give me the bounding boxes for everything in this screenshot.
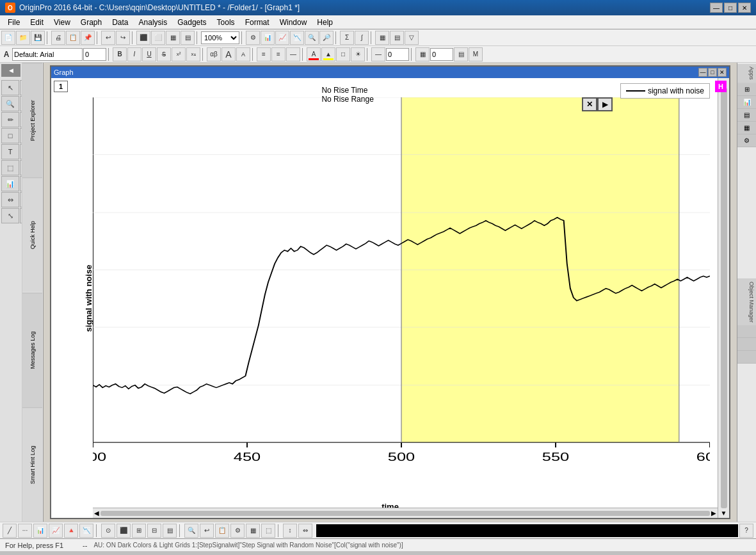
copy-btn[interactable]: 📋 (66, 31, 80, 45)
menu-file[interactable]: File (3, 17, 25, 28)
tb-btn-a[interactable]: ⬛ (136, 31, 150, 45)
region-play-btn[interactable]: ▶ (597, 97, 613, 111)
font-name-input[interactable] (12, 48, 83, 61)
fill-style-btn[interactable]: ▦ (415, 47, 430, 61)
right-tool-2[interactable]: 📊 (737, 96, 756, 109)
bt-16[interactable]: ▦ (246, 524, 260, 538)
right-tool-3[interactable]: ▤ (737, 109, 756, 122)
tool-rect[interactable]: □ (1, 128, 19, 143)
redo-btn[interactable]: ↪ (116, 31, 130, 45)
new-btn[interactable]: 📄 (1, 31, 15, 45)
bt-15[interactable]: ⚙ (230, 524, 245, 538)
graph-scrollbar-v[interactable]: ▲ ▼ (718, 78, 729, 518)
menu-data[interactable]: Data (107, 17, 133, 28)
shade-btn[interactable]: ☀ (351, 47, 365, 61)
menu-gadgets[interactable]: Gadgets (172, 17, 211, 28)
sidebar-project-explorer[interactable]: Project Explorer (22, 63, 42, 177)
filter-btn[interactable]: ▽ (405, 31, 419, 45)
tb-btn-m[interactable]: ▦ (375, 31, 389, 45)
superscript-btn[interactable]: x² (172, 47, 186, 61)
tool-data[interactable]: 📊 (1, 176, 19, 191)
graph-scrollbar-h[interactable]: ◀ ▶ (93, 508, 718, 518)
bt-11[interactable]: ▤ (163, 524, 177, 538)
italic-btn[interactable]: I (127, 47, 141, 61)
bt-9[interactable]: ⊞ (132, 524, 146, 538)
right-tool-1[interactable]: ⊞ (737, 83, 756, 96)
font-size-input[interactable] (83, 48, 106, 61)
menu-graph[interactable]: Graph (76, 17, 107, 28)
sidebar-object-manager[interactable]: Object Manager (737, 278, 756, 325)
tool-region[interactable]: ⬚ (1, 160, 19, 175)
bt-3[interactable]: 📊 (33, 524, 47, 538)
fill-val-input[interactable] (430, 48, 453, 61)
minimize-button[interactable]: — (710, 3, 723, 13)
bt-2[interactable]: ··· (18, 524, 32, 538)
close-button[interactable]: ✕ (738, 3, 751, 13)
region-close-btn[interactable]: ✕ (582, 97, 597, 111)
tool-pointer[interactable]: ↖ (1, 80, 19, 95)
tb-btn-k[interactable]: Σ (340, 31, 354, 45)
tb-btn-j[interactable]: 🔎 (319, 31, 334, 45)
special-btn[interactable]: M (469, 47, 483, 61)
bt-13[interactable]: ↩ (200, 524, 214, 538)
graph-close-btn[interactable]: ✕ (718, 68, 727, 77)
subscript-btn[interactable]: x₂ (186, 47, 200, 61)
save-btn[interactable]: 💾 (31, 31, 45, 45)
tb-btn-c[interactable]: ▦ (166, 31, 180, 45)
scroll-thumb-h[interactable] (101, 511, 710, 516)
line-width-input[interactable] (386, 48, 409, 61)
bt-18[interactable]: ↕ (283, 524, 297, 538)
align-left-btn[interactable]: ≡ (257, 47, 271, 61)
menu-analysis[interactable]: Analysis (134, 17, 173, 28)
undo-btn[interactable]: ↩ (101, 31, 115, 45)
tool-text[interactable]: T (1, 144, 19, 159)
paste-btn[interactable]: 📌 (81, 31, 95, 45)
align-center-btn[interactable]: ≡ (271, 47, 286, 61)
menu-format[interactable]: Format (240, 17, 275, 28)
tb-btn-b[interactable]: ⬜ (151, 31, 165, 45)
maximize-button[interactable]: □ (724, 3, 737, 13)
pattern-btn[interactable]: ▤ (454, 47, 468, 61)
title-bar-controls[interactable]: — □ ✕ (710, 3, 751, 13)
bt-7[interactable]: ⊙ (101, 524, 115, 538)
graph-minimize-btn[interactable]: — (698, 68, 707, 77)
tb-btn-f[interactable]: 📊 (261, 31, 275, 45)
tb-btn-n[interactable]: ▤ (390, 31, 404, 45)
fill-color-btn[interactable]: ▲ (321, 47, 335, 61)
right-tool-8[interactable] (737, 351, 756, 364)
menu-view[interactable]: View (49, 17, 76, 28)
menu-edit[interactable]: Edit (25, 17, 49, 28)
bt-14[interactable]: 📋 (215, 524, 229, 538)
text-color-btn[interactable]: A (307, 47, 321, 61)
tb-btn-e[interactable]: ⚙ (246, 31, 260, 45)
tool-zoom[interactable]: 🔍 (1, 96, 19, 111)
scroll-left-btn[interactable]: ◀ (94, 510, 99, 517)
sidebar-arrow[interactable]: ◀ (1, 64, 20, 77)
graph-maximize-btn[interactable]: □ (708, 68, 717, 77)
bt-17[interactable]: ⬚ (261, 524, 275, 538)
bt-20[interactable]: ? (739, 524, 753, 538)
strikethrough-btn[interactable]: S̶ (157, 47, 171, 61)
right-tool-5[interactable]: ⚙ (737, 134, 756, 147)
tb-btn-i[interactable]: 🔍 (305, 31, 319, 45)
scroll-thumb[interactable] (721, 88, 727, 508)
bt-10[interactable]: ⊟ (147, 524, 161, 538)
right-tool-6[interactable] (737, 325, 756, 338)
bt-6[interactable]: 📉 (79, 524, 93, 538)
print-btn[interactable]: 🖨 (51, 31, 65, 45)
font-size-large-btn[interactable]: A (221, 47, 236, 61)
tb-btn-d[interactable]: ▤ (181, 31, 195, 45)
tb-btn-g[interactable]: 📈 (275, 31, 289, 45)
scroll-down-btn[interactable]: ▼ (721, 510, 727, 517)
menu-window[interactable]: Window (275, 17, 312, 28)
font-size-small-btn[interactable]: A (236, 47, 250, 61)
tb-btn-l[interactable]: ∫ (355, 31, 369, 45)
bt-19[interactable]: ⇔ (298, 524, 312, 538)
tool-scale[interactable]: ⇔ (1, 192, 19, 207)
border-color-btn[interactable]: □ (336, 47, 350, 61)
line-btn[interactable]: — (286, 47, 300, 61)
alpha-btn[interactable]: αβ (207, 47, 221, 61)
right-tool-4[interactable]: ▦ (737, 122, 756, 134)
menu-tools[interactable]: Tools (212, 17, 240, 28)
bt-8[interactable]: ⬛ (117, 524, 131, 538)
